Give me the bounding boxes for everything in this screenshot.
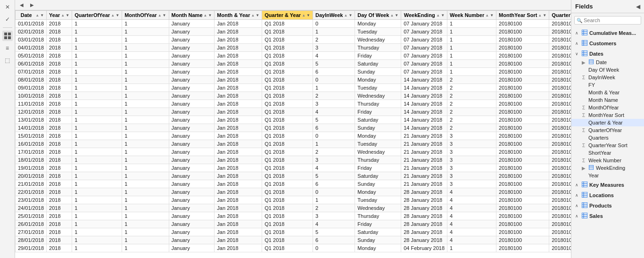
column-header-dow[interactable]: Day Of Week▲▼ <box>355 11 401 20</box>
filter-icon[interactable]: ▼ <box>116 13 119 17</box>
field-item-6[interactable]: ΣMonthOfYear <box>571 104 644 111</box>
table-row[interactable]: 07/01/2018201811JanuaryJan 2018Q1 20186S… <box>16 68 571 76</box>
data-table-container[interactable]: Date▲▼Year▲▼QuarterOfYear▲▼MonthOfYear▲▼… <box>15 10 571 258</box>
fields-panel-close-button[interactable]: ◀ <box>636 3 640 10</box>
field-item-5[interactable]: Month Name <box>571 96 644 104</box>
column-header-qyr[interactable]: Quarter & Year▲▼ <box>262 11 313 20</box>
table-row[interactable]: 20/01/2018201811JanuaryJan 2018Q1 20185S… <box>16 172 571 180</box>
field-group-header-2[interactable]: ∨Dates <box>571 49 644 58</box>
table-row[interactable]: 15/01/2018201811JanuaryJan 2018Q1 20180M… <box>16 132 571 140</box>
field-item-13[interactable]: ΣWeek Number <box>571 157 644 164</box>
cell-qoy: 1 <box>72 92 122 100</box>
table-row[interactable]: 26/01/2018201811JanuaryJan 2018Q1 20184F… <box>16 220 571 228</box>
cell-wn: 4 <box>447 228 496 236</box>
table-row[interactable]: 16/01/2018201811JanuaryJan 2018Q1 20181T… <box>16 140 571 148</box>
check-icon[interactable]: ✓ <box>2 14 13 25</box>
filter-icon[interactable]: ▼ <box>40 13 44 17</box>
cell-mys: 20180100 <box>496 76 549 84</box>
table-row[interactable]: 11/01/2018201811JanuaryJan 2018Q1 20183T… <box>16 100 571 108</box>
filter-icon[interactable]: ▼ <box>66 13 69 17</box>
table-row[interactable]: 09/01/2018201811JanuaryJan 2018Q1 20181T… <box>16 84 571 92</box>
field-item-4[interactable]: Month & Year <box>571 89 644 96</box>
cell-date: 08/01/2018 <box>16 76 47 84</box>
field-group-header-6[interactable]: ∧Sales <box>571 211 644 221</box>
field-item-0[interactable]: ▶Date <box>571 58 644 66</box>
list-view-icon[interactable]: ≡ <box>2 43 13 53</box>
filter-icon[interactable]: ▼ <box>395 13 398 17</box>
table-row[interactable]: 02/01/2018201811JanuaryJan 2018Q1 20181T… <box>16 28 571 36</box>
field-item-15[interactable]: Year <box>571 172 644 179</box>
column-header-myr[interactable]: Month & Year▲▼ <box>215 11 262 20</box>
column-header-mys[interactable]: MonthYear Sort▲▼ <box>496 11 549 20</box>
table-row[interactable]: 22/01/2018201811JanuaryJan 2018Q1 20180M… <box>16 188 571 196</box>
cell-wn: 2 <box>447 76 496 84</box>
cell-date: 21/01/2018 <box>16 180 47 188</box>
table-row[interactable]: 03/01/2018201811JanuaryJan 2018Q1 20182W… <box>16 36 571 44</box>
table-row[interactable]: 28/01/2018201811JanuaryJan 2018Q1 20186S… <box>16 236 571 244</box>
cell-dow: Saturday <box>355 116 401 124</box>
filter-icon[interactable]: ▼ <box>256 13 259 17</box>
filter-icon[interactable]: ▼ <box>208 13 212 17</box>
field-item-7[interactable]: ΣMonthYear Sort <box>571 111 644 119</box>
column-header-we[interactable]: WeekEnding▲▼ <box>401 11 447 20</box>
fields-search-box[interactable]: 🔍 <box>574 16 641 25</box>
field-item-10[interactable]: Quarters <box>571 134 644 141</box>
column-header-mname[interactable]: Month Name▲▼ <box>169 11 215 20</box>
table-row[interactable]: 14/01/2018201811JanuaryJan 2018Q1 20186S… <box>16 124 571 132</box>
field-item-2[interactable]: ΣDayInWeek <box>571 74 644 81</box>
table-row[interactable]: 18/01/2018201811JanuaryJan 2018Q1 20183T… <box>16 156 571 164</box>
table-row[interactable]: 12/01/2018201811JanuaryJan 2018Q1 20184F… <box>16 108 571 116</box>
filter-icon[interactable]: ▼ <box>543 13 546 17</box>
fields-search-input[interactable] <box>584 17 639 23</box>
field-item-12[interactable]: ShortYear <box>571 149 644 157</box>
field-group-header-4[interactable]: ∧Locations <box>571 191 644 200</box>
cell-qoy: 1 <box>72 180 122 188</box>
column-header-wn[interactable]: Week Number▲▼ <box>447 11 496 20</box>
table-row[interactable]: 05/01/2018201811JanuaryJan 2018Q1 20184F… <box>16 52 571 60</box>
column-header-qoy[interactable]: QuarterOfYear▲▼ <box>72 11 122 20</box>
table-row[interactable]: 27/01/2018201811JanuaryJan 2018Q1 20185S… <box>16 228 571 236</box>
field-item-8[interactable]: Quarter & Year <box>571 119 644 126</box>
table-row[interactable]: 21/01/2018201811JanuaryJan 2018Q1 20186S… <box>16 180 571 188</box>
table-row[interactable]: 24/01/2018201811JanuaryJan 2018Q1 20182W… <box>16 204 571 212</box>
field-group-header-1[interactable]: ∧Customers <box>571 39 644 48</box>
field-name: WeekEnding <box>596 165 625 171</box>
table-row[interactable]: 04/01/2018201811JanuaryJan 2018Q1 20183T… <box>16 44 571 52</box>
table-row[interactable]: 06/01/2018201811JanuaryJan 2018Q1 20185S… <box>16 60 571 68</box>
cell-diw: 6 <box>313 68 355 76</box>
layout-icon[interactable]: ⬚ <box>2 55 13 66</box>
table-row[interactable]: 17/01/2018201811JanuaryJan 2018Q1 20182W… <box>16 148 571 156</box>
field-item-14[interactable]: ▶WeekEnding <box>571 164 644 172</box>
back-button[interactable]: ◀ <box>18 1 25 9</box>
column-header-year[interactable]: Year▲▼ <box>47 11 72 20</box>
cell-year: 2018 <box>47 20 72 28</box>
table-row[interactable]: 23/01/2018201811JanuaryJan 2018Q1 20181T… <box>16 196 571 204</box>
field-item-3[interactable]: FY <box>571 81 644 89</box>
field-group-header-3[interactable]: ∧Key Measures <box>571 180 644 190</box>
grid-view-icon[interactable] <box>2 31 13 41</box>
table-row[interactable]: 19/01/2018201811JanuaryJan 2018Q1 20184F… <box>16 164 571 172</box>
field-item-9[interactable]: ΣQuarterOfYear <box>571 126 644 134</box>
column-header-qys[interactable]: QuarterYear Sort▲▼ <box>549 11 571 20</box>
filter-icon[interactable]: ▼ <box>163 13 166 17</box>
table-row[interactable]: 25/01/2018201811JanuaryJan 2018Q1 20183T… <box>16 212 571 220</box>
table-row[interactable]: 01/01/2018201811JanuaryJan 2018Q1 20180M… <box>16 20 571 28</box>
field-group-header-0[interactable]: ∧Cumulative Meas... <box>571 28 644 38</box>
filter-icon[interactable]: ▼ <box>348 13 352 17</box>
table-row[interactable]: 13/01/2018201811JanuaryJan 2018Q1 20185S… <box>16 116 571 124</box>
field-item-1[interactable]: Day Of Week <box>571 66 644 74</box>
close-icon[interactable]: ✕ <box>2 2 13 12</box>
field-item-11[interactable]: ΣQuarterYear Sort <box>571 141 644 149</box>
column-header-moy[interactable]: MonthOfYear▲▼ <box>122 11 169 20</box>
forward-button[interactable]: ▶ <box>28 1 36 9</box>
field-group-header-5[interactable]: ∧Products <box>571 201 644 210</box>
column-header-date[interactable]: Date▲▼ <box>16 11 47 20</box>
table-row[interactable]: 10/01/2018201811JanuaryJan 2018Q1 20182W… <box>16 92 571 100</box>
table-row[interactable]: 08/01/2018201811JanuaryJan 2018Q1 20180M… <box>16 76 571 84</box>
filter-icon[interactable]: ▼ <box>306 13 310 17</box>
filter-icon[interactable]: ▼ <box>490 13 494 17</box>
filter-icon[interactable]: ▼ <box>441 13 445 17</box>
cell-qys: 20180100 <box>549 76 571 84</box>
column-header-diw[interactable]: DayInWeek▲▼ <box>313 11 355 20</box>
table-row[interactable]: 29/01/2018201811JanuaryJan 2018Q1 20180M… <box>16 244 571 252</box>
